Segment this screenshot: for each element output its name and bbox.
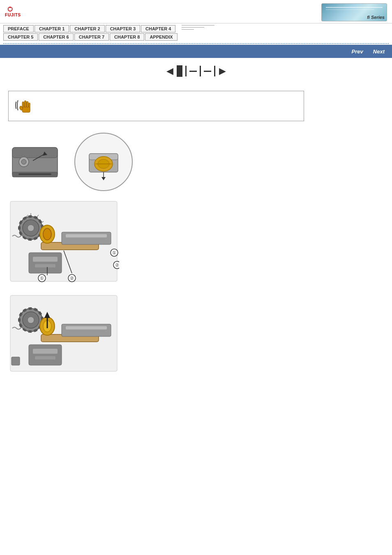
svg-rect-41 (33, 257, 58, 262)
svg-rect-5 (24, 101, 26, 107)
media-bar-3 (214, 66, 215, 76)
tab-chapter2[interactable]: CHAPTER 2 (70, 25, 104, 32)
svg-point-1 (9, 7, 11, 8)
svg-text:②: ② (115, 263, 119, 267)
svg-rect-39 (66, 234, 107, 237)
svg-rect-67 (35, 356, 55, 359)
media-controls: ◀ ▶ (0, 58, 392, 80)
forward-button[interactable]: ▶ (217, 67, 228, 76)
svg-text:②: ② (70, 276, 74, 281)
media-dash-2 (204, 71, 211, 72)
next-button[interactable]: Next (370, 48, 388, 55)
nav-row-bottom: CHAPTER 5 CHAPTER 6 CHAPTER 7 CHAPTER 8 … (3, 33, 178, 41)
nav-line-3 (182, 29, 194, 30)
mechanism-diagram-2 (8, 293, 119, 375)
warning-box (8, 91, 304, 121)
media-dash-1 (189, 71, 197, 72)
media-bar-1 (185, 66, 187, 76)
warning-icon (14, 95, 36, 117)
svg-rect-10 (12, 147, 58, 158)
nav-line-2 (182, 27, 204, 28)
svg-rect-68 (12, 357, 20, 365)
tab-chapter3[interactable]: CHAPTER 3 (106, 25, 140, 32)
svg-point-57 (28, 317, 34, 323)
fi-series-badge: fi Series (321, 3, 387, 21)
tab-chapter8[interactable]: CHAPTER 8 (110, 33, 144, 41)
svg-rect-66 (33, 349, 58, 354)
diagram-2-area: ① ② ① ② (8, 199, 384, 287)
fujitsu-logo: FUJITSU (5, 5, 21, 20)
dotted-separator (3, 43, 389, 44)
prev-button[interactable]: Prev (348, 48, 367, 55)
play-block[interactable] (177, 65, 182, 77)
svg-rect-40 (29, 253, 62, 273)
main-content: ① ② ① ② (0, 80, 392, 391)
mechanism-diagram: ① ② ① ② (8, 199, 119, 286)
nav-row-top: PREFACE CHAPTER 1 CHAPTER 2 CHAPTER 3 CH… (3, 25, 178, 32)
svg-rect-38 (62, 232, 111, 244)
scanner-detail-circle (73, 131, 134, 193)
nav-tabs-area: PREFACE CHAPTER 1 CHAPTER 2 CHAPTER 3 CH… (0, 23, 392, 43)
tab-chapter6[interactable]: CHAPTER 6 (39, 33, 73, 41)
nav-decorative-lines (178, 25, 214, 30)
page-header: FUJITSU fi Series (0, 0, 392, 23)
diagram-1-row (8, 131, 384, 193)
svg-rect-65 (29, 345, 62, 365)
fujitsu-logo-icon: FUJITSU (5, 5, 21, 20)
tab-chapter7[interactable]: CHAPTER 7 (74, 33, 109, 41)
svg-text:①: ① (112, 250, 116, 255)
tab-chapter5[interactable]: CHAPTER 5 (3, 33, 38, 41)
diagram-1-area (8, 131, 384, 193)
svg-point-14 (21, 159, 26, 164)
svg-rect-7 (29, 103, 30, 107)
toolbar: Prev Next (0, 45, 392, 58)
svg-rect-4 (22, 102, 24, 108)
svg-point-30 (28, 225, 34, 231)
scanner-small-image (8, 131, 68, 184)
svg-text:①: ① (40, 276, 44, 281)
svg-rect-12 (18, 173, 51, 175)
warning-text (41, 95, 298, 112)
nav-line-1 (182, 25, 214, 25)
diagram-3-area (8, 293, 384, 377)
svg-rect-42 (35, 264, 55, 267)
tab-appendix[interactable]: APPENDIX (145, 33, 177, 41)
svg-rect-64 (66, 326, 107, 329)
media-bar-2 (200, 66, 201, 76)
svg-rect-63 (62, 324, 111, 336)
svg-rect-6 (26, 101, 28, 108)
tab-preface[interactable]: PREFACE (3, 25, 34, 32)
rewind-button[interactable]: ◀ (165, 67, 175, 76)
tab-chapter1[interactable]: CHAPTER 1 (35, 25, 69, 32)
svg-point-33 (43, 228, 51, 240)
svg-text:FUJITSU: FUJITSU (5, 13, 21, 17)
fi-series-text: fi Series (367, 15, 385, 20)
tab-chapter4[interactable]: CHAPTER 4 (141, 25, 175, 32)
